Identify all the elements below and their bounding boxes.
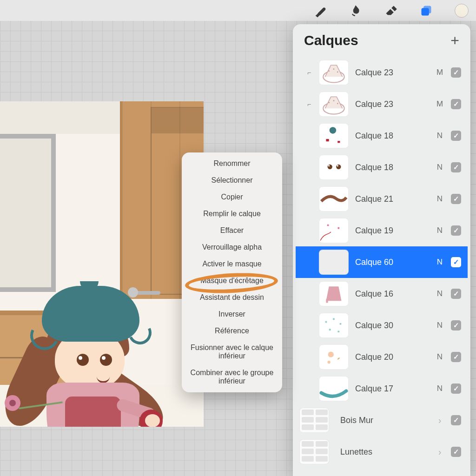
- layer-row[interactable]: Calque 20N: [306, 341, 464, 373]
- blend-mode-label[interactable]: N: [435, 289, 444, 298]
- layer-thumbnail[interactable]: [319, 186, 349, 212]
- layer-thumbnail[interactable]: [299, 439, 329, 464]
- color-swatch[interactable]: [455, 4, 469, 18]
- layer-row[interactable]: Calque 19N: [306, 215, 464, 246]
- menu-item[interactable]: Masque d'écrêtage: [182, 272, 282, 289]
- blend-mode-label[interactable]: N: [435, 131, 444, 140]
- layer-group-row[interactable]: Lunettes›: [298, 436, 464, 468]
- menu-item[interactable]: Sélectionner: [182, 172, 282, 189]
- svg-point-17: [337, 195, 341, 198]
- layer-thumbnail[interactable]: [319, 60, 349, 85]
- visibility-checkbox[interactable]: [451, 194, 461, 204]
- layer-row[interactable]: Calque 21N: [306, 183, 464, 215]
- svg-point-16: [337, 165, 338, 166]
- visibility-checkbox[interactable]: [451, 415, 461, 425]
- layer-name-label: Calque 21: [355, 194, 429, 204]
- layer-row[interactable]: ⌐Calque 23M: [306, 57, 464, 88]
- layer-thumbnail[interactable]: [319, 123, 349, 148]
- layer-thumbnail[interactable]: [319, 92, 349, 117]
- layer-row[interactable]: Calque 16N: [306, 278, 464, 310]
- blend-mode-label[interactable]: N: [435, 226, 444, 235]
- visibility-checkbox[interactable]: [451, 225, 461, 236]
- brush-icon[interactable]: [313, 4, 327, 18]
- layer-name-label: Calque 23: [355, 68, 429, 78]
- blend-mode-label[interactable]: N: [435, 194, 444, 204]
- visibility-checkbox[interactable]: [451, 352, 461, 362]
- visibility-checkbox[interactable]: [451, 99, 461, 109]
- visibility-checkbox[interactable]: [451, 289, 461, 299]
- chevron-right-icon[interactable]: ›: [435, 415, 444, 426]
- menu-item[interactable]: Fusionner avec le calque inférieur: [182, 339, 282, 364]
- menu-item[interactable]: Assistant de dessin: [182, 289, 282, 306]
- menu-item[interactable]: Combiner avec le groupe inférieur: [182, 364, 282, 390]
- layer-row[interactable]: Calque 17N: [306, 373, 464, 404]
- context-menu-pointer: [278, 261, 287, 271]
- layer-row[interactable]: Calque 18N: [306, 152, 464, 183]
- blend-mode-label[interactable]: N: [435, 384, 444, 393]
- layer-name-label: Calque 18: [355, 131, 429, 141]
- layers-list[interactable]: ⌐Calque 23M⌐Calque 23MCalque 18NCalque 1…: [293, 57, 470, 476]
- layer-thumbnail[interactable]: [319, 313, 349, 338]
- visibility-checkbox[interactable]: [451, 447, 461, 457]
- layer-name-label: Bois Mur: [336, 416, 429, 425]
- blend-mode-label[interactable]: N: [435, 258, 444, 267]
- layer-thumbnail[interactable]: [319, 250, 349, 275]
- svg-point-10: [330, 127, 336, 133]
- menu-item[interactable]: Activer le masque: [182, 256, 282, 272]
- svg-rect-12: [337, 141, 340, 143]
- add-layer-button[interactable]: +: [450, 33, 459, 48]
- layer-thumbnail[interactable]: [319, 344, 349, 370]
- art-window-frame: [0, 134, 56, 292]
- menu-item[interactable]: Remplir le calque: [182, 205, 282, 222]
- visibility-checkbox[interactable]: [451, 67, 461, 78]
- svg-point-9: [337, 103, 338, 104]
- top-toolbar: [0, 0, 476, 21]
- layer-row[interactable]: Calque 18N: [306, 120, 464, 152]
- layer-thumbnail[interactable]: [319, 281, 349, 306]
- svg-point-19: [337, 227, 339, 229]
- visibility-checkbox[interactable]: [451, 162, 461, 172]
- svg-point-25: [337, 331, 339, 332]
- svg-rect-20: [326, 299, 328, 303]
- menu-item[interactable]: Renommer: [182, 155, 282, 172]
- blend-mode-label[interactable]: N: [435, 163, 444, 172]
- blend-mode-label[interactable]: N: [435, 352, 444, 362]
- smudge-icon[interactable]: [349, 4, 363, 18]
- svg-point-8: [333, 100, 335, 101]
- visibility-checkbox[interactable]: [451, 383, 461, 394]
- menu-item[interactable]: Verrouillage alpha: [182, 239, 282, 256]
- layer-thumbnail[interactable]: [319, 155, 349, 180]
- visibility-checkbox[interactable]: [451, 257, 461, 267]
- eraser-icon[interactable]: [384, 4, 398, 18]
- layer-row[interactable]: ⌐Calque 23M: [306, 88, 464, 120]
- layer-thumbnail[interactable]: [299, 408, 329, 433]
- svg-point-18: [327, 224, 329, 226]
- blend-mode-label[interactable]: N: [435, 321, 444, 330]
- menu-item[interactable]: Inverser: [182, 306, 282, 323]
- layer-thumbnail[interactable]: [319, 218, 349, 243]
- layer-row[interactable]: Calque 60N: [296, 246, 468, 278]
- blend-mode-label[interactable]: M: [435, 68, 444, 77]
- layer-name-label: Calque 18: [355, 163, 429, 172]
- menu-item[interactable]: Référence: [182, 323, 282, 339]
- layer-group-row[interactable]: Bois Mur›: [298, 404, 464, 436]
- chevron-right-icon[interactable]: ›: [435, 447, 444, 457]
- svg-point-5: [337, 71, 338, 73]
- layers-icon[interactable]: [419, 4, 433, 18]
- svg-rect-11: [326, 139, 329, 141]
- visibility-checkbox[interactable]: [451, 131, 461, 141]
- menu-item[interactable]: Copier: [182, 189, 282, 205]
- layer-thumbnail[interactable]: [319, 376, 349, 401]
- layer-name-label: Calque 16: [355, 289, 429, 299]
- layer-name-label: Calque 19: [355, 226, 429, 236]
- visibility-checkbox[interactable]: [451, 320, 461, 331]
- svg-point-13: [328, 165, 332, 169]
- layer-name-label: Calque 60: [355, 258, 429, 267]
- layer-row[interactable]: Calque 30N: [306, 310, 464, 341]
- svg-point-3: [328, 70, 330, 72]
- layer-name-label: Calque 20: [355, 352, 429, 362]
- color-icon[interactable]: [455, 4, 469, 18]
- blend-mode-label[interactable]: M: [435, 99, 444, 109]
- artwork-canvas[interactable]: [0, 101, 204, 427]
- menu-item[interactable]: Effacer: [182, 222, 282, 239]
